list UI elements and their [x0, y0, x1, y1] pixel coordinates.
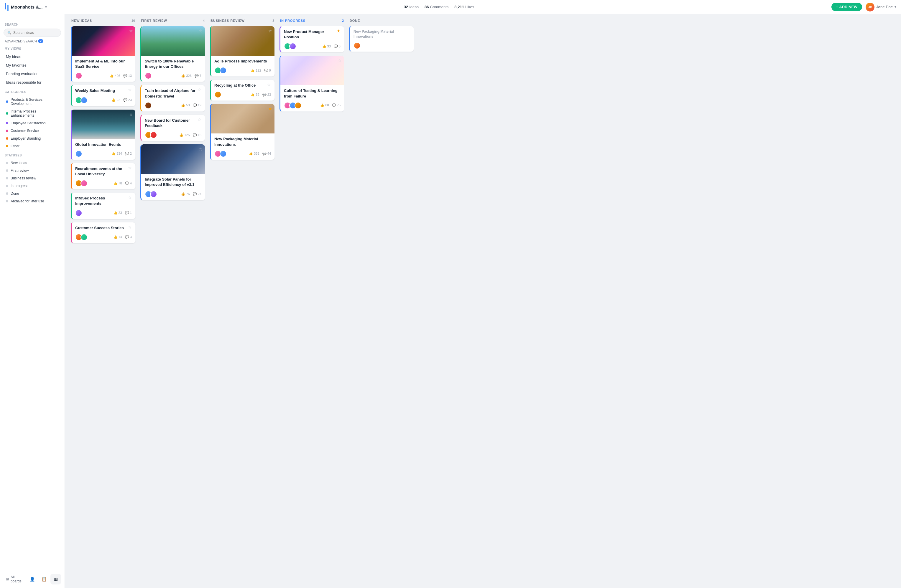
card-feedback-board[interactable]: ☆ New Board for Customer Feedback 👍 125 … [140, 115, 205, 141]
column-title-first-review: FIRST REVIEW [141, 19, 167, 22]
category-products[interactable]: Products & Services Development [3, 96, 61, 107]
star-icon-infosec[interactable]: ☆ [128, 195, 132, 200]
sidebar-item-my-favorites[interactable]: My favorites [3, 61, 61, 69]
card-footer-renewable: 👍 326 💬 7 [145, 72, 201, 79]
status-first-review[interactable]: First review [3, 167, 61, 174]
status-new-ideas[interactable]: New ideas [3, 159, 61, 166]
star-icon-feedback[interactable]: ☆ [198, 117, 201, 122]
card-avatar [75, 72, 82, 79]
card-recruitment[interactable]: ☆ Recruitment events at the Local Univer… [71, 163, 136, 190]
column-title-in-progress: IN PROGRESS [280, 19, 306, 22]
card-culture[interactable]: ☆ Culture of Testing & Learning from Fai… [279, 55, 344, 111]
card-product-manager[interactable]: ★ New Product Manager Position 👍 33 💬 6 [279, 26, 344, 53]
category-dot-customer [6, 130, 8, 132]
status-dot-done [6, 192, 8, 195]
card-body-weekly: ☆ Weekly Sales Meeting 👍 22 💬 23 [72, 85, 135, 106]
category-other[interactable]: Other [3, 143, 61, 150]
logo-bar-2 [7, 5, 9, 11]
star-icon-global[interactable]: ☆ [129, 112, 133, 117]
status-done[interactable]: Done [3, 190, 61, 197]
card-avatars-agile [214, 67, 227, 74]
status-business-review[interactable]: Business review [3, 175, 61, 182]
comments-feedback: 💬 16 [193, 133, 201, 137]
star-icon-pm[interactable]: ★ [337, 29, 341, 33]
card-meta-ai: 👍 426 💬 13 [110, 74, 132, 78]
list-view-button[interactable]: 👤 [27, 574, 37, 585]
category-customer[interactable]: Customer Service [3, 127, 61, 134]
card-body-global: Global Innovation Events 👍 234 💬 2 [72, 139, 135, 160]
sidebar-item-pending-evaluation[interactable]: Pending evaluation [3, 70, 61, 78]
card-renewable[interactable]: ☆ Switch to 100% Renewable Energy in our… [140, 26, 205, 82]
comments-solar: 💬 24 [193, 192, 201, 196]
status-in-progress[interactable]: In progress [3, 182, 61, 190]
status-archived[interactable]: Archived for later use [3, 198, 61, 205]
card-done-placeholder[interactable]: New Packaging Material Innovations [349, 26, 414, 52]
sidebar: SEARCH 🔍 ADVANCED SEARCH 2 MY VIEWS My i… [0, 14, 65, 588]
card-body-packaging: New Packaging Material Innovations 👍 332… [211, 134, 274, 159]
star-icon-train[interactable]: ☆ [198, 87, 201, 92]
column-header-new-ideas: NEW IDEAS 16 [71, 19, 136, 22]
card-avatars-feedback [145, 131, 157, 138]
star-icon-recycling[interactable]: ☆ [267, 82, 271, 87]
star-icon-solar[interactable]: ☆ [199, 147, 203, 151]
card-title-pm: New Product Manager Position [284, 29, 341, 40]
star-icon-customer-success[interactable]: ☆ [128, 225, 132, 229]
category-internal[interactable]: Internal Process Enhancements [3, 108, 61, 119]
card-weekly-sales[interactable]: ☆ Weekly Sales Meeting 👍 22 💬 23 [71, 85, 136, 106]
sidebar-item-my-ideas[interactable]: My ideas [3, 53, 61, 61]
likes-train: 👍 53 [181, 103, 190, 107]
column-business-review: BUSINESS REVIEW 3 ☆ Agile Process Improv… [210, 19, 275, 583]
grid-view-button[interactable]: 📋 [39, 574, 49, 585]
advanced-search[interactable]: ADVANCED SEARCH 2 [3, 39, 61, 43]
search-section-label: SEARCH [3, 23, 61, 26]
card-infosec[interactable]: ☆ InfoSec Process Improvements 👍 23 💬 1 [71, 192, 136, 219]
card-packaging[interactable]: ★ New Packaging Material Innovations � [210, 104, 275, 160]
card-solar[interactable]: ☆ Integrate Solar Panels for Improved Ef… [140, 144, 205, 200]
card-footer-weekly: 👍 22 💬 23 [75, 96, 132, 104]
column-title-done: DONE [350, 19, 360, 22]
card-avatars-culture [284, 102, 302, 109]
card-avatars-packaging [214, 150, 227, 157]
column-header-in-progress: IN PROGRESS 2 [279, 19, 344, 22]
star-icon-agile[interactable]: ☆ [268, 29, 272, 33]
card-body-culture: Culture of Testing & Learning from Failu… [281, 85, 344, 111]
card-customer-success[interactable]: ☆ Customer Success Stories 👍 14 💬 3 [71, 222, 136, 243]
star-icon-weekly[interactable]: ☆ [128, 87, 132, 92]
card-avatar [145, 72, 152, 79]
card-title-infosec: InfoSec Process Improvements [75, 196, 132, 206]
likes-packaging: 👍 332 [249, 152, 259, 156]
column-title-business-review: BUSINESS REVIEW [210, 19, 245, 22]
star-icon-culture[interactable]: ☆ [338, 58, 342, 63]
card-avatar [81, 233, 87, 241]
add-new-button[interactable]: + ADD NEW [831, 3, 862, 11]
category-employee[interactable]: Employee Satisfaction [3, 120, 61, 127]
card-train[interactable]: ☆ Train Instead of Airplane for Domestic… [140, 85, 205, 111]
category-dot-employer [6, 137, 8, 140]
kanban-view-button[interactable]: ▦ [50, 574, 61, 585]
card-meta-feedback: 👍 125 💬 16 [179, 133, 201, 137]
all-boards-link[interactable]: ⊞ All boards [3, 573, 27, 585]
sidebar-item-ideas-responsible[interactable]: Ideas responsible for [3, 78, 61, 86]
board-columns: NEW IDEAS 16 ☆ Implement AI & ML into ou… [71, 19, 895, 583]
brand-chevron-icon[interactable]: ▾ [45, 5, 47, 9]
ideas-stat: 32 Ideas [404, 5, 419, 9]
search-input[interactable] [13, 31, 57, 35]
search-box: 🔍 [3, 29, 61, 37]
card-agile[interactable]: ☆ Agile Process Improvements 👍 122 [210, 26, 275, 76]
likes-renewable: 👍 326 [181, 74, 191, 78]
card-global-innovation[interactable]: ☆ Global Innovation Events 👍 234 💬 2 [71, 109, 136, 160]
status-dot-first [6, 170, 8, 172]
star-icon-renewable[interactable]: ☆ [199, 29, 203, 33]
card-implement-ai[interactable]: ☆ Implement AI & ML into our SaaS Servic… [71, 26, 136, 82]
user-menu[interactable]: JD Jane Doe ▾ [866, 3, 896, 11]
card-recycling[interactable]: ☆ Recycling at the Office 👍 32 💬 23 [210, 79, 275, 101]
category-dot-other [6, 145, 8, 147]
card-title-done: New Packaging Material Innovations [354, 29, 410, 39]
comments-customer-success: 💬 3 [125, 235, 132, 239]
likes-customer-success: 👍 14 [114, 235, 122, 239]
star-icon-recruitment[interactable]: ☆ [128, 166, 132, 170]
category-employer[interactable]: Employer Branding [3, 135, 61, 142]
star-icon-packaging[interactable]: ★ [268, 106, 272, 111]
star-icon-ai[interactable]: ☆ [129, 29, 133, 33]
card-avatars-recruitment [75, 180, 87, 187]
